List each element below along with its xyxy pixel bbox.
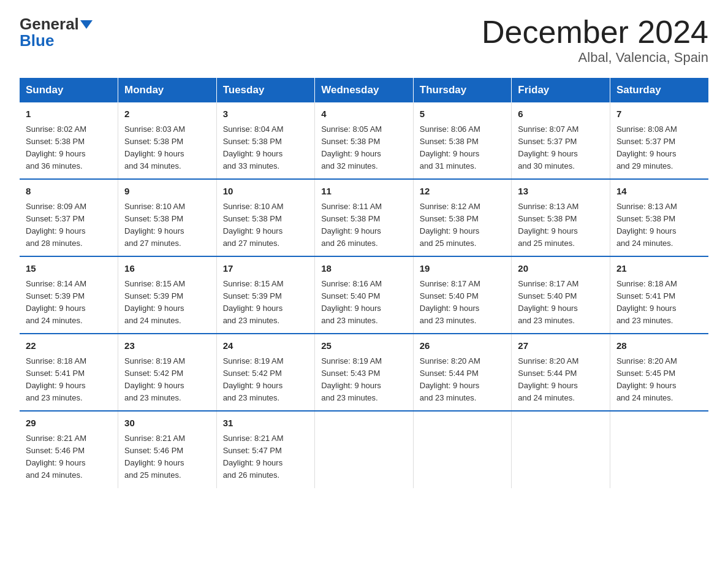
day-info: Sunrise: 8:08 AMSunset: 5:37 PMDaylight:… [616,123,702,173]
table-row: 24Sunrise: 8:19 AMSunset: 5:42 PMDayligh… [216,334,315,411]
table-row: 5Sunrise: 8:06 AMSunset: 5:38 PMDaylight… [413,102,512,179]
day-info: Sunrise: 8:06 AMSunset: 5:38 PMDaylight:… [420,123,506,173]
day-info: Sunrise: 8:20 AMSunset: 5:44 PMDaylight:… [420,355,506,405]
day-number: 20 [518,262,604,276]
day-number: 8 [26,185,112,199]
col-wednesday: Wednesday [315,78,414,102]
day-info: Sunrise: 8:15 AMSunset: 5:39 PMDaylight:… [223,278,309,327]
day-info: Sunrise: 8:18 AMSunset: 5:41 PMDaylight:… [26,355,112,405]
day-number: 9 [124,185,210,199]
day-number: 30 [124,416,210,431]
day-number: 3 [223,107,309,121]
calendar-title: December 2024 [482,15,708,50]
day-number: 2 [124,107,210,121]
day-info: Sunrise: 8:21 AMSunset: 5:46 PMDaylight:… [26,432,112,482]
day-info: Sunrise: 8:16 AMSunset: 5:40 PMDaylight:… [321,278,407,327]
day-info: Sunrise: 8:12 AMSunset: 5:38 PMDaylight:… [420,201,506,250]
calendar-header-row: Sunday Monday Tuesday Wednesday Thursday… [20,78,708,102]
day-number: 15 [26,262,112,276]
calendar-week-row: 22Sunrise: 8:18 AMSunset: 5:41 PMDayligh… [20,334,708,411]
col-monday: Monday [118,78,217,102]
day-info: Sunrise: 8:02 AMSunset: 5:38 PMDaylight:… [26,123,112,173]
table-row: 27Sunrise: 8:20 AMSunset: 5:44 PMDayligh… [512,334,610,411]
day-info: Sunrise: 8:09 AMSunset: 5:37 PMDaylight:… [26,201,112,250]
table-row: 30Sunrise: 8:21 AMSunset: 5:46 PMDayligh… [118,411,217,488]
table-row: 25Sunrise: 8:19 AMSunset: 5:43 PMDayligh… [315,334,414,411]
table-row: 11Sunrise: 8:11 AMSunset: 5:38 PMDayligh… [315,179,414,256]
table-row: 18Sunrise: 8:16 AMSunset: 5:40 PMDayligh… [315,256,414,334]
table-row: 2Sunrise: 8:03 AMSunset: 5:38 PMDaylight… [118,102,217,179]
day-number: 22 [26,339,112,353]
table-row: 7Sunrise: 8:08 AMSunset: 5:37 PMDaylight… [610,102,708,179]
day-number: 18 [321,262,407,276]
day-number: 14 [616,185,702,199]
col-thursday: Thursday [413,78,512,102]
day-number: 7 [616,107,702,121]
day-info: Sunrise: 8:17 AMSunset: 5:40 PMDaylight:… [420,278,506,327]
table-row: 4Sunrise: 8:05 AMSunset: 5:38 PMDaylight… [315,102,414,179]
day-info: Sunrise: 8:07 AMSunset: 5:37 PMDaylight:… [518,123,604,173]
day-number: 26 [420,339,506,353]
calendar-week-row: 1Sunrise: 8:02 AMSunset: 5:38 PMDaylight… [20,102,708,179]
day-info: Sunrise: 8:11 AMSunset: 5:38 PMDaylight:… [321,201,407,250]
table-row: 8Sunrise: 8:09 AMSunset: 5:37 PMDaylight… [20,179,118,256]
col-saturday: Saturday [610,78,708,102]
day-info: Sunrise: 8:21 AMSunset: 5:46 PMDaylight:… [124,432,210,482]
day-info: Sunrise: 8:19 AMSunset: 5:42 PMDaylight:… [124,355,210,405]
day-info: Sunrise: 8:04 AMSunset: 5:38 PMDaylight:… [223,123,309,173]
title-block: December 2024 Albal, Valencia, Spain [482,15,708,66]
day-number: 17 [223,262,309,276]
table-row: 19Sunrise: 8:17 AMSunset: 5:40 PMDayligh… [413,256,512,334]
calendar-week-row: 29Sunrise: 8:21 AMSunset: 5:46 PMDayligh… [20,411,708,488]
day-number: 27 [518,339,604,353]
table-row [315,411,414,488]
day-info: Sunrise: 8:20 AMSunset: 5:44 PMDaylight:… [518,355,604,405]
day-info: Sunrise: 8:10 AMSunset: 5:38 PMDaylight:… [124,201,210,250]
table-row: 16Sunrise: 8:15 AMSunset: 5:39 PMDayligh… [118,256,217,334]
day-info: Sunrise: 8:14 AMSunset: 5:39 PMDaylight:… [26,278,112,327]
day-info: Sunrise: 8:19 AMSunset: 5:42 PMDaylight:… [223,355,309,405]
col-friday: Friday [512,78,610,102]
day-number: 24 [223,339,309,353]
table-row: 10Sunrise: 8:10 AMSunset: 5:38 PMDayligh… [216,179,315,256]
day-number: 16 [124,262,210,276]
table-row: 29Sunrise: 8:21 AMSunset: 5:46 PMDayligh… [20,411,118,488]
day-info: Sunrise: 8:03 AMSunset: 5:38 PMDaylight:… [124,123,210,173]
table-row: 17Sunrise: 8:15 AMSunset: 5:39 PMDayligh… [216,256,315,334]
day-number: 5 [420,107,506,121]
table-row: 26Sunrise: 8:20 AMSunset: 5:44 PMDayligh… [413,334,512,411]
day-info: Sunrise: 8:10 AMSunset: 5:38 PMDaylight:… [223,201,309,250]
table-row: 31Sunrise: 8:21 AMSunset: 5:47 PMDayligh… [216,411,315,488]
day-number: 19 [420,262,506,276]
col-tuesday: Tuesday [216,78,315,102]
table-row: 13Sunrise: 8:13 AMSunset: 5:38 PMDayligh… [512,179,610,256]
day-info: Sunrise: 8:15 AMSunset: 5:39 PMDaylight:… [124,278,210,327]
day-number: 4 [321,107,407,121]
day-info: Sunrise: 8:21 AMSunset: 5:47 PMDaylight:… [223,432,309,482]
day-info: Sunrise: 8:17 AMSunset: 5:40 PMDaylight:… [518,278,604,327]
day-number: 6 [518,107,604,121]
table-row: 21Sunrise: 8:18 AMSunset: 5:41 PMDayligh… [610,256,708,334]
logo-triangle-icon [80,20,93,29]
calendar-week-row: 8Sunrise: 8:09 AMSunset: 5:37 PMDaylight… [20,179,708,256]
calendar-subtitle: Albal, Valencia, Spain [482,50,708,66]
day-number: 31 [223,416,309,431]
table-row: 20Sunrise: 8:17 AMSunset: 5:40 PMDayligh… [512,256,610,334]
table-row [413,411,512,488]
calendar-table: Sunday Monday Tuesday Wednesday Thursday… [20,78,708,488]
table-row: 12Sunrise: 8:12 AMSunset: 5:38 PMDayligh… [413,179,512,256]
day-number: 11 [321,185,407,199]
day-number: 10 [223,185,309,199]
table-row: 28Sunrise: 8:20 AMSunset: 5:45 PMDayligh… [610,334,708,411]
calendar-week-row: 15Sunrise: 8:14 AMSunset: 5:39 PMDayligh… [20,256,708,334]
day-info: Sunrise: 8:19 AMSunset: 5:43 PMDaylight:… [321,355,407,405]
table-row: 15Sunrise: 8:14 AMSunset: 5:39 PMDayligh… [20,256,118,334]
table-row: 3Sunrise: 8:04 AMSunset: 5:38 PMDaylight… [216,102,315,179]
day-number: 12 [420,185,506,199]
day-number: 28 [616,339,702,353]
day-info: Sunrise: 8:13 AMSunset: 5:38 PMDaylight:… [518,201,604,250]
table-row: 23Sunrise: 8:19 AMSunset: 5:42 PMDayligh… [118,334,217,411]
day-number: 1 [26,107,112,121]
table-row [512,411,610,488]
logo-blue-text: Blue [20,31,54,50]
